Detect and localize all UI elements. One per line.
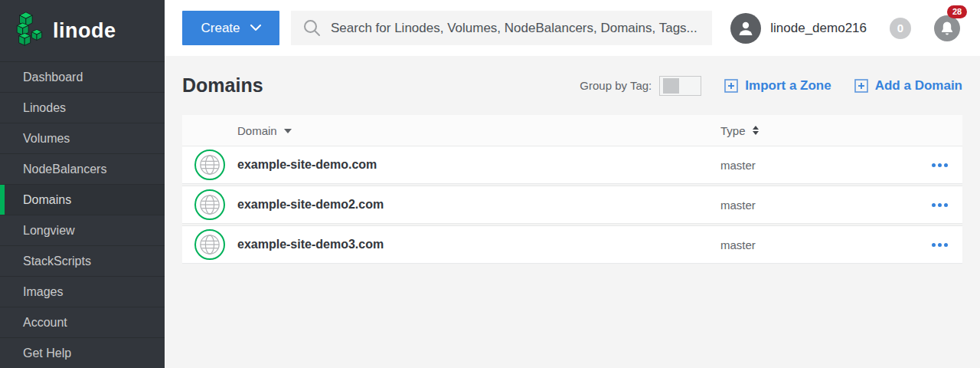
- sidebar-item-nodebalancers[interactable]: NodeBalancers: [0, 153, 165, 184]
- group-by-tag-toggle[interactable]: [659, 76, 701, 96]
- logo-wordmark: linode: [53, 19, 116, 43]
- domain-globe-icon: [194, 189, 225, 220]
- plus-square-icon: [724, 79, 738, 93]
- user-cluster: linode_demo216 0 28: [730, 13, 980, 44]
- sidebar: linode Dashboard Linodes Volumes NodeBal…: [0, 0, 165, 368]
- row-actions-menu-button[interactable]: [916, 163, 962, 167]
- sort-icon: [753, 126, 759, 135]
- table-row[interactable]: example-site-demo2.com master: [182, 186, 962, 224]
- add-domain-link[interactable]: Add a Domain: [854, 78, 962, 94]
- sidebar-item-label: StackScripts: [23, 255, 91, 268]
- sidebar-item-volumes[interactable]: Volumes: [0, 123, 165, 153]
- domains-table: Domain Type example-site-demo.com master…: [182, 115, 962, 264]
- notifications: 28: [934, 15, 960, 41]
- add-domain-label: Add a Domain: [875, 78, 962, 94]
- sidebar-item-label: NodeBalancers: [23, 163, 106, 176]
- sidebar-item-label: Linodes: [23, 101, 66, 115]
- user-avatar[interactable]: [730, 13, 761, 44]
- events-count: 0: [897, 21, 903, 34]
- create-button[interactable]: Create: [182, 11, 279, 45]
- column-header-domain[interactable]: Domain: [237, 124, 720, 137]
- search-input[interactable]: [331, 21, 700, 36]
- domain-globe-icon: [194, 229, 225, 260]
- plus-square-icon: [854, 79, 868, 93]
- domain-type: master: [720, 159, 916, 172]
- domain-name[interactable]: example-site-demo3.com: [237, 238, 720, 251]
- import-zone-link[interactable]: Import a Zone: [724, 78, 831, 94]
- bell-icon: [940, 21, 954, 35]
- sidebar-item-label: Images: [23, 285, 63, 299]
- domain-globe-icon: [194, 150, 225, 180]
- table-header: Domain Type: [182, 115, 962, 146]
- domain-name[interactable]: example-site-demo.com: [237, 158, 720, 172]
- column-header-type[interactable]: Type: [720, 124, 916, 137]
- group-by-tag-label: Group by Tag:: [580, 79, 652, 92]
- table-row[interactable]: example-site-demo3.com master: [182, 225, 962, 264]
- column-label: Type: [720, 124, 746, 137]
- sidebar-item-label: Get Help: [23, 347, 71, 360]
- sidebar-item-account[interactable]: Account: [0, 307, 165, 337]
- sidebar-item-dashboard[interactable]: Dashboard: [0, 61, 165, 92]
- toggle-knob: [663, 78, 679, 94]
- sidebar-item-label: Account: [23, 316, 67, 330]
- domain-type: master: [720, 238, 916, 251]
- events-counter[interactable]: 0: [890, 18, 911, 39]
- page-controls: Group by Tag: Import a Zone Add a Domain: [580, 76, 962, 96]
- sidebar-item-stackscripts[interactable]: StackScripts: [0, 245, 165, 276]
- sidebar-item-domains[interactable]: Domains: [0, 184, 165, 215]
- sidebar-item-get-help[interactable]: Get Help: [0, 337, 165, 368]
- create-button-label: Create: [201, 21, 240, 36]
- domain-type: master: [720, 199, 916, 212]
- row-actions-menu-button[interactable]: [916, 203, 962, 207]
- topbar: Create linode_demo216 0: [165, 0, 980, 56]
- notifications-button[interactable]: [934, 15, 960, 41]
- notification-count-badge[interactable]: 28: [947, 5, 967, 18]
- domain-name[interactable]: example-site-demo2.com: [237, 198, 720, 212]
- column-label: Domain: [237, 124, 277, 137]
- main-content: Domains Group by Tag: Import a Zone Add …: [165, 56, 980, 368]
- search-icon: [303, 19, 321, 37]
- sort-desc-icon: [284, 129, 292, 133]
- sidebar-item-images[interactable]: Images: [0, 276, 165, 307]
- sidebar-item-label: Domains: [23, 193, 71, 207]
- sidebar-item-label: Dashboard: [23, 71, 83, 84]
- sidebar-item-linodes[interactable]: Linodes: [0, 92, 165, 123]
- table-row[interactable]: example-site-demo.com master: [182, 146, 962, 184]
- user-icon: [737, 19, 755, 38]
- global-search: [291, 11, 712, 45]
- chevron-down-icon: [250, 25, 261, 31]
- import-zone-label: Import a Zone: [745, 78, 831, 94]
- row-actions-menu-button[interactable]: [916, 243, 962, 247]
- linode-cubes-icon: [14, 12, 44, 50]
- sidebar-nav: Dashboard Linodes Volumes NodeBalancers …: [0, 61, 165, 368]
- sidebar-item-label: Longview: [23, 224, 75, 238]
- username[interactable]: linode_demo216: [770, 21, 867, 36]
- page-header: Domains Group by Tag: Import a Zone Add …: [165, 56, 980, 115]
- linode-logo[interactable]: linode: [0, 0, 165, 61]
- page-title: Domains: [182, 74, 263, 97]
- sidebar-item-label: Volumes: [23, 132, 70, 146]
- sidebar-item-longview[interactable]: Longview: [0, 215, 165, 245]
